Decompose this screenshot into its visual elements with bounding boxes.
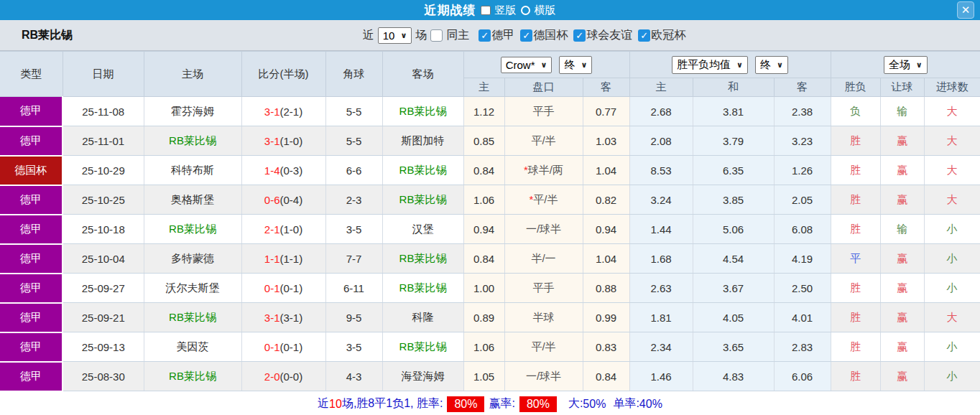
- league-type-badge: 德甲: [0, 332, 63, 362]
- same-home-checkbox[interactable]: [430, 29, 443, 42]
- match-count-select[interactable]: 10 ∨: [378, 27, 412, 44]
- win-odds: 8.53: [629, 156, 693, 185]
- odds-company-select[interactable]: Crow* ∨: [501, 57, 553, 73]
- results-table: 类型 日期 主场 比分(半场) 角球 客场 Crow* ∨ 终 ∨: [0, 51, 980, 392]
- away-team: 斯图加特: [382, 126, 463, 156]
- league-type-badge: 德甲: [0, 185, 63, 215]
- lose-odds: 1.26: [774, 156, 831, 185]
- near-label: 近: [363, 28, 374, 43]
- fulltime-score: 0-6: [264, 194, 280, 206]
- col-header-type: 类型: [0, 52, 63, 97]
- fulltime-score: 0-1: [264, 282, 280, 294]
- draw-odds: 3.67: [693, 274, 774, 303]
- corner-score: 5-5: [325, 97, 382, 126]
- fulltime-score: 2-1: [264, 223, 280, 236]
- ah-away-odds: 1.04: [583, 156, 629, 185]
- lose-odds: 3.23: [774, 126, 831, 156]
- horizontal-layout-label[interactable]: 横版: [535, 4, 556, 17]
- lose-odds: 6.08: [774, 215, 831, 244]
- league-type-badge: 德甲: [0, 362, 63, 391]
- ah-home-odds: 1.06: [463, 332, 504, 362]
- odds-time-select[interactable]: 终 ∨: [559, 56, 592, 74]
- vertical-layout-label[interactable]: 竖版: [495, 4, 517, 17]
- bundesliga-checkbox[interactable]: ✓: [479, 29, 491, 42]
- close-button[interactable]: ✕: [957, 1, 974, 19]
- away-team: RB莱比锡: [382, 244, 463, 274]
- wdl-time-select[interactable]: 终 ∨: [755, 56, 788, 74]
- match-result: 胜: [831, 303, 880, 332]
- col-header-score: 比分(半场): [241, 52, 325, 97]
- halftime-score: (1-1): [280, 253, 303, 265]
- corner-score: 4-3: [325, 362, 382, 391]
- chevron-down-icon: ∨: [540, 60, 547, 70]
- draw-odds: 3.79: [693, 126, 774, 156]
- scope-select[interactable]: 全场 ∨: [884, 56, 928, 74]
- win-odds: 2.68: [629, 97, 693, 126]
- handicap-result: 赢: [880, 185, 924, 215]
- ah-handicap: 一/球半: [504, 215, 583, 244]
- corner-score: 3-5: [325, 332, 382, 362]
- win-odds: 1.68: [629, 244, 693, 274]
- ah-away-odds: 0.99: [583, 303, 629, 332]
- ucl-checkbox[interactable]: ✓: [638, 29, 650, 42]
- corner-score: 2-3: [325, 185, 382, 215]
- lose-odds: 2.38: [774, 97, 831, 126]
- handicap-result: 输: [880, 215, 924, 244]
- vertical-layout-radio[interactable]: [481, 6, 491, 15]
- goals-result: 小: [924, 215, 980, 244]
- league-filter-ucl[interactable]: ✓ 欧冠杯: [638, 28, 685, 43]
- halftime-score: (3-1): [280, 312, 303, 324]
- match-row: 德甲 25-09-27 沃尔夫斯堡 0-1(0-1) 6-11 RB莱比锡 1.…: [0, 274, 980, 303]
- match-score: 3-1(2-1): [241, 97, 325, 126]
- friendly-label: 球会友谊: [586, 28, 632, 43]
- goals-result: 小: [924, 362, 980, 391]
- summary-footer: 近 10 场,胜8平1负1, 胜率: 80% 赢率: 80% 大: 50% 单率…: [0, 392, 980, 415]
- league-filter-bundesliga[interactable]: ✓ 德甲: [479, 28, 514, 43]
- handicap-result: 赢: [880, 244, 924, 274]
- halftime-score: (0-4): [280, 194, 303, 206]
- goals-result: 大: [924, 185, 980, 215]
- draw-odds: 4.83: [693, 362, 774, 391]
- goals-result: 大: [924, 156, 980, 185]
- corner-score: 9-5: [325, 303, 382, 332]
- ah-away-odds: 1.04: [583, 244, 629, 274]
- goals-result: 大: [924, 126, 980, 156]
- corner-score: 3-5: [325, 215, 382, 244]
- home-team: RB莱比锡: [144, 126, 241, 156]
- win-odds: 1.44: [629, 215, 693, 244]
- home-team: 奥格斯堡: [144, 185, 241, 215]
- col-header-corner: 角球: [325, 52, 382, 97]
- titlebar: 近期战绩 竖版 横版 ✕: [0, 0, 980, 20]
- corner-score: 6-11: [325, 274, 382, 303]
- wdl-average-select[interactable]: 胜平负均值 ∨: [672, 56, 748, 74]
- fulltime-score: 1-1: [264, 253, 280, 265]
- league-filter-german-cup[interactable]: ✓ 德国杯: [520, 28, 568, 43]
- win-odds: 2.08: [629, 126, 693, 156]
- match-score: 3-1(3-1): [241, 303, 325, 332]
- ah-away-odds: 1.03: [583, 126, 629, 156]
- friendly-checkbox[interactable]: ✓: [573, 29, 586, 42]
- earn-rate-label: 赢率:: [489, 396, 514, 411]
- halftime-score: (0-1): [280, 341, 303, 353]
- match-result: 胜: [831, 156, 880, 185]
- german-cup-checkbox[interactable]: ✓: [520, 29, 532, 42]
- match-date: 25-10-29: [63, 156, 144, 185]
- subheader-handicap: 盘口: [504, 78, 583, 97]
- handicap-result: 赢: [880, 303, 924, 332]
- handicap-result: 赢: [880, 156, 924, 185]
- handicap-result: 赢: [880, 362, 924, 391]
- match-date: 25-11-08: [63, 97, 144, 126]
- halftime-score: (0-1): [280, 282, 303, 294]
- subheader-result: 胜负: [831, 78, 880, 97]
- ah-handicap: *球半/两: [504, 156, 583, 185]
- subheader-ah-away: 客: [583, 78, 629, 97]
- ah-home-odds: 1.00: [463, 274, 504, 303]
- chevron-down-icon: ∨: [400, 31, 407, 40]
- horizontal-layout-radio[interactable]: [521, 6, 530, 15]
- ah-handicap: 平/半: [504, 126, 583, 156]
- recent-results-panel: 近期战绩 竖版 横版 ✕ RB莱比锡 近 10 ∨ 场 同主 ✓ 德甲: [0, 0, 980, 415]
- match-row: 德甲 25-10-25 奥格斯堡 0-6(0-4) 2-3 RB莱比锡 1.06…: [0, 185, 980, 215]
- match-score: 1-4(0-3): [241, 156, 325, 185]
- league-filter-friendly[interactable]: ✓ 球会友谊: [573, 28, 632, 43]
- earn-rate-badge: 80%: [519, 396, 557, 412]
